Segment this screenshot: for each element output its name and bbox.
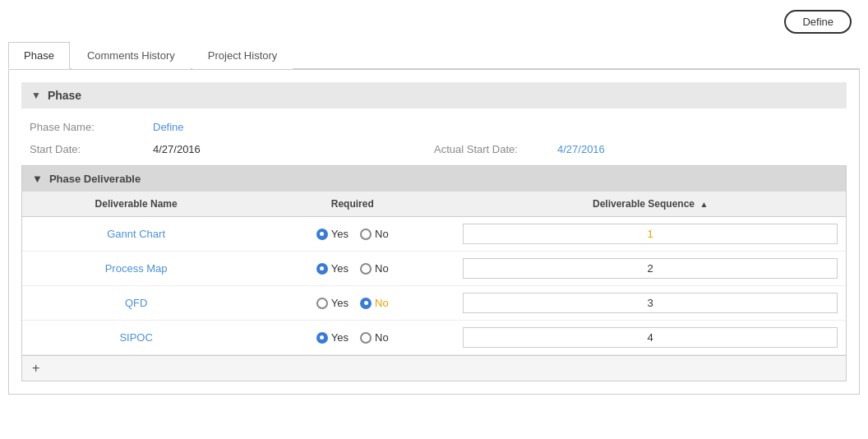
define-button[interactable]: Define (784, 10, 852, 34)
content-area: ▼ Phase Phase Name: Define Start Date: 4… (8, 69, 860, 395)
page-wrapper: Define Phase Comments History Project Hi… (0, 0, 868, 439)
table-row: SIPOCYesNo (22, 321, 846, 355)
phase-name-value: Define (153, 121, 184, 133)
yes-radio-label: Yes (331, 228, 349, 240)
yes-radio-item[interactable]: Yes (316, 331, 349, 344)
no-radio-label: No (375, 331, 389, 344)
no-radio-label: No (375, 228, 389, 240)
tabs-container: Phase Comments History Project History (8, 41, 860, 69)
start-date-label: Start Date: (30, 143, 153, 155)
no-radio-label: No (375, 262, 389, 275)
deliverable-required-cell: YesNo (250, 321, 455, 355)
deliverable-section-title: Phase Deliverable (49, 173, 141, 185)
tab-phase[interactable]: Phase (8, 42, 70, 69)
no-radio-item[interactable]: No (360, 262, 389, 275)
yes-radio-item[interactable]: Yes (316, 262, 349, 275)
deliverable-table: Deliverable Name Required Deliverable Se… (22, 192, 846, 355)
col-header-required: Required (250, 192, 455, 217)
deliverable-name-cell[interactable]: Process Map (22, 252, 250, 286)
no-radio-item[interactable]: No (360, 297, 389, 309)
yes-radio-circle[interactable] (316, 298, 328, 309)
deliverable-section: ▼ Phase Deliverable Deliverable Name Req… (21, 165, 847, 381)
phase-name-row: Phase Name: Define (21, 121, 847, 133)
no-radio-circle[interactable] (360, 332, 372, 344)
deliverable-chevron-icon[interactable]: ▼ (32, 173, 43, 185)
yes-radio-circle[interactable] (316, 263, 328, 275)
phase-section-header: ▼ Phase (21, 82, 847, 109)
deliverable-required-cell: YesNo (250, 217, 455, 252)
table-row: Process MapYesNo (22, 252, 846, 286)
yes-radio-label: Yes (331, 262, 349, 275)
deliverable-sequence-cell (455, 286, 846, 321)
phase-name-label: Phase Name: (30, 121, 153, 133)
deliverable-sequence-cell (455, 252, 846, 286)
phase-chevron-icon[interactable]: ▼ (31, 90, 41, 101)
yes-radio-item[interactable]: Yes (316, 297, 349, 309)
deliverable-required-cell: YesNo (250, 252, 455, 286)
col-header-sequence: Deliverable Sequence ▲ (455, 192, 846, 217)
required-radio-group: YesNo (258, 228, 446, 240)
actual-start-date-value: 4/27/2016 (557, 143, 605, 155)
no-radio-label: No (375, 297, 389, 309)
deliverable-sequence-cell (455, 321, 846, 355)
yes-radio-circle[interactable] (316, 332, 328, 344)
deliverable-name-cell[interactable]: SIPOC (22, 321, 250, 355)
tab-comments-history[interactable]: Comments History (72, 42, 191, 69)
yes-radio-item[interactable]: Yes (316, 228, 349, 240)
required-radio-group: YesNo (258, 262, 446, 275)
sequence-input[interactable] (463, 224, 838, 244)
phase-section-title: Phase (48, 89, 81, 102)
no-radio-circle[interactable] (360, 229, 372, 240)
no-radio-circle[interactable] (360, 298, 372, 309)
required-radio-group: YesNo (258, 297, 446, 309)
sequence-input[interactable] (463, 293, 838, 313)
sequence-input[interactable] (463, 327, 838, 348)
no-radio-item[interactable]: No (360, 331, 389, 344)
table-row: QFDYesNo (22, 286, 846, 321)
deliverable-name-cell[interactable]: Gannt Chart (22, 217, 250, 252)
start-date-value: 4/27/2016 (153, 143, 201, 155)
actual-start-date-label: Actual Start Date: (434, 143, 557, 155)
sequence-input[interactable] (463, 258, 838, 279)
deliverable-section-header: ▼ Phase Deliverable (22, 166, 846, 192)
sort-arrow-icon[interactable]: ▲ (699, 200, 708, 209)
yes-radio-circle[interactable] (316, 229, 328, 240)
deliverable-sequence-cell (455, 217, 846, 252)
table-row: Gannt ChartYesNo (22, 217, 846, 252)
deliverable-name-cell[interactable]: QFD (22, 286, 250, 321)
col-header-name: Deliverable Name (22, 192, 250, 217)
no-radio-circle[interactable] (360, 263, 372, 275)
table-header-row: Deliverable Name Required Deliverable Se… (22, 192, 846, 217)
deliverable-required-cell: YesNo (250, 286, 455, 321)
yes-radio-label: Yes (331, 331, 349, 344)
add-deliverable-button[interactable]: + (22, 355, 846, 381)
required-radio-group: YesNo (258, 331, 446, 344)
tab-project-history[interactable]: Project History (192, 42, 293, 69)
start-date-row: Start Date: 4/27/2016 Actual Start Date:… (21, 143, 847, 155)
no-radio-item[interactable]: No (360, 228, 389, 240)
yes-radio-label: Yes (331, 297, 349, 309)
